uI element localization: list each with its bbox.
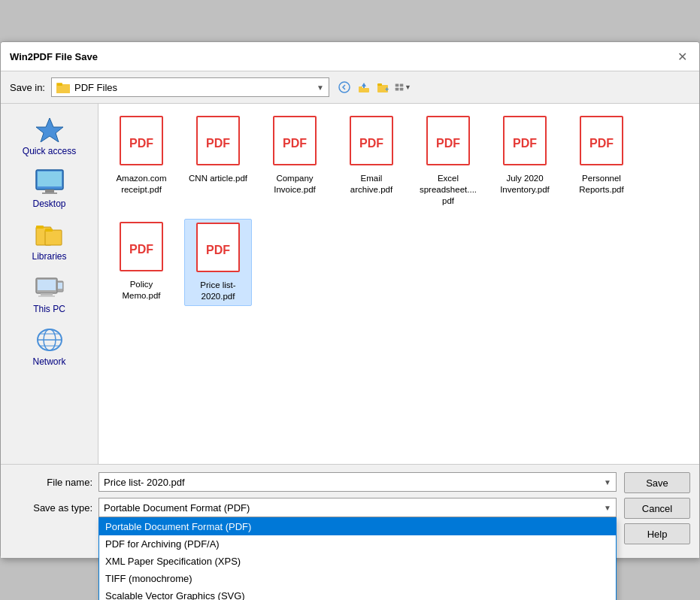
pdf-icon-body: PDF [196,116,240,165]
view-dropdown-arrow: ▼ [405,83,411,91]
file-item[interactable]: PDF Excel spreadsheet....pdf [414,113,482,210]
svg-rect-18 [38,171,62,186]
file-name: CNN article.pdf [189,173,247,184]
svg-rect-8 [363,86,365,88]
sidebar-item-this-pc[interactable]: This PC [8,269,91,319]
pdf-label: PDF [206,244,230,257]
svg-text:+: + [385,86,389,93]
svg-rect-27 [41,293,53,295]
pdf-label: PDF [513,137,537,150]
view-menu-button[interactable]: ▼ [394,78,412,96]
close-button[interactable]: ✕ [674,48,690,65]
file-save-dialog: Win2PDF File Save ✕ Save in: PDF Files ▼ [0,41,700,559]
svg-point-5 [339,82,350,92]
dialog-title: Win2PDF File Save [10,51,98,62]
dropdown-item[interactable]: Portable Document Format (PDF) [99,518,616,535]
main-content: Quick access Desktop [1,103,699,464]
svg-rect-3 [56,85,70,93]
toolbar-icons: + ▼ [335,78,412,96]
file-item[interactable]: PDF Price list- 2020.pdf [184,219,252,306]
sidebar-item-label-libraries: Libraries [32,251,66,262]
back-button[interactable] [335,78,353,96]
bottom-section: File name: Price list- 2020.pdf ▼ Save a… [1,464,699,558]
pdf-icon: PDF [117,116,165,168]
pdf-icon-body: PDF [580,116,623,165]
pdf-label: PDF [129,243,153,256]
file-name: Email archive.pdf [341,173,402,195]
form-rows-wrap: File name: Price list- 2020.pdf ▼ Save a… [10,472,690,550]
dropdown-item[interactable]: Scalable Vector Graphics (SVG) [99,587,616,600]
up-icon [358,81,370,93]
file-item[interactable]: PDF Email archive.pdf [338,113,405,210]
save-in-arrow: ▼ [317,83,324,92]
svg-rect-22 [36,226,44,229]
pdf-icon-body: PDF [503,116,547,165]
svg-rect-14 [395,88,399,91]
save-as-type-label: Save as type: [10,502,92,514]
new-folder-button[interactable]: + [374,78,392,96]
sidebar-item-label-network: Network [32,356,65,367]
file-name: Company Invoice.pdf [264,173,326,195]
svg-rect-4 [57,83,62,86]
file-name: Price list- 2020.pdf [188,280,248,302]
pdf-icon-body: PDF [196,223,240,272]
file-name-select[interactable]: Price list- 2020.pdf ▼ [98,472,617,492]
save-as-type-select[interactable]: Portable Document Format (PDF) ▼ [98,498,617,517]
svg-rect-30 [58,283,62,289]
pdf-icon: PDF [424,116,472,168]
save-as-type-value: Portable Document Format (PDF) [104,502,604,514]
help-button[interactable]: Help [624,523,690,544]
svg-marker-16 [36,118,63,142]
save-in-label: Save in: [10,82,45,93]
svg-rect-10 [377,83,382,86]
file-name-row: File name: Price list- 2020.pdf ▼ [10,472,617,492]
file-name: Personnel Reports.pdf [571,173,632,195]
sidebar-item-quick-access[interactable]: Quick access [8,111,91,161]
dropdown-item[interactable]: PDF for Archiving (PDF/A) [99,535,616,553]
cancel-button[interactable]: Cancel [624,498,690,519]
file-item[interactable]: PDF Personnel Reports.pdf [568,113,635,210]
svg-rect-7 [359,86,362,89]
form-rows-inner: File name: Price list- 2020.pdf ▼ Save a… [10,472,617,550]
file-item[interactable]: PDF CNN article.pdf [184,113,252,210]
sidebar-item-libraries[interactable]: Libraries [8,217,91,266]
this-pc-icon [35,274,65,301]
pdf-label: PDF [283,137,307,150]
libraries-icon [35,221,65,248]
pdf-label: PDF [589,137,614,150]
file-item[interactable]: PDF Company Invoice.pdf [261,113,329,210]
sidebar-item-network[interactable]: Network [8,322,91,371]
svg-rect-26 [38,280,56,290]
save-button[interactable]: Save [624,472,690,493]
sidebar-item-label-this-pc: This PC [33,304,65,314]
file-item[interactable]: PDF Policy Memo.pdf [108,219,175,306]
file-item[interactable]: PDF July 2020 Inventory.pdf [491,113,559,210]
folder-icon [56,81,70,93]
file-name-arrow: ▼ [604,478,611,486]
pdf-icon: PDF [194,116,242,168]
quick-access-icon [35,116,65,143]
svg-rect-28 [38,295,55,297]
save-as-type-dropdown: Portable Document Format (PDF)PDF for Ar… [98,517,617,600]
sidebar-item-desktop[interactable]: Desktop [8,164,91,214]
pdf-icon-body: PDF [426,116,470,165]
save-in-select[interactable]: PDF Files ▼ [51,77,329,97]
file-item[interactable]: PDF Amazon.com receipt.pdf [108,113,175,210]
up-button[interactable] [355,78,373,96]
svg-rect-12 [395,83,399,86]
pdf-icon-body: PDF [273,116,317,165]
button-group: Save Cancel Help [624,472,690,544]
dropdown-item[interactable]: XML Paper Specification (XPS) [99,553,616,570]
pdf-icon-body: PDF [350,116,393,165]
file-name: Amazon.com receipt.pdf [111,173,172,195]
file-area: PDF Amazon.com receipt.pdf PDF CNN artic… [98,104,699,464]
pdf-icon: PDF [194,223,242,275]
svg-rect-20 [42,192,57,194]
save-in-value: PDF Files [74,82,317,93]
pdf-icon: PDF [117,222,165,274]
new-folder-icon: + [377,81,389,93]
dropdown-item[interactable]: TIFF (monochrome) [99,570,616,587]
pdf-icon: PDF [347,116,395,168]
pdf-icon: PDF [271,116,319,168]
svg-rect-23 [45,230,62,245]
